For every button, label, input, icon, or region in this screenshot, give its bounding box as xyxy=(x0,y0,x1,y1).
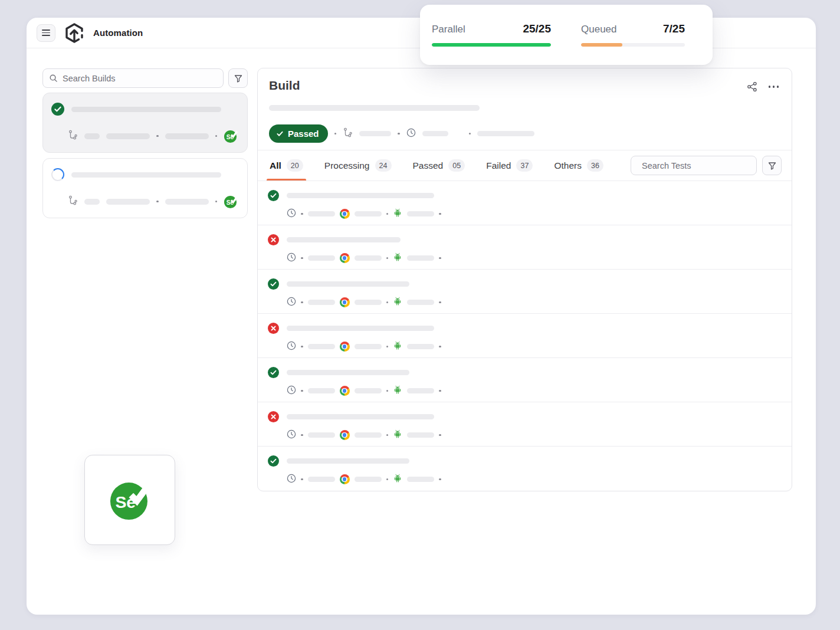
selenium-logo-icon: Se xyxy=(106,477,153,524)
dot-separator xyxy=(439,301,441,304)
parallel-progress-bar xyxy=(432,43,551,47)
app-logo-icon xyxy=(64,23,84,43)
dot-separator xyxy=(386,390,389,392)
filter-tests-button[interactable] xyxy=(762,156,782,175)
queued-stat: Queued 7/25 xyxy=(581,22,685,65)
tab-others[interactable]: Others 36 xyxy=(552,150,605,181)
android-icon xyxy=(393,473,402,485)
skeleton-bar xyxy=(106,133,150,139)
dot-separator xyxy=(398,133,400,135)
test-row[interactable] xyxy=(258,358,792,402)
build-card-2[interactable]: Se xyxy=(42,158,248,218)
concurrency-stats-card: Parallel 25/25 Queued 7/25 xyxy=(420,5,713,65)
builds-list: Se Se xyxy=(42,93,248,218)
skeleton-bar xyxy=(355,300,382,305)
skeleton-bar xyxy=(355,388,382,393)
dot-separator xyxy=(301,257,303,260)
tab-count-badge: 36 xyxy=(587,159,603,172)
skeleton-bar xyxy=(355,477,382,482)
skeleton-pill xyxy=(84,133,100,139)
menu-button[interactable] xyxy=(37,24,55,42)
skeleton-bar xyxy=(106,199,150,205)
tab-processing[interactable]: Processing 24 xyxy=(323,150,393,181)
build-card-1[interactable]: Se xyxy=(42,93,248,153)
share-button[interactable] xyxy=(747,81,757,92)
chrome-icon xyxy=(340,253,350,263)
build-panel: Build Passed xyxy=(257,68,792,491)
tab-count-badge: 05 xyxy=(448,159,465,172)
dot-separator xyxy=(301,478,303,481)
skeleton-bar xyxy=(287,414,434,419)
skeleton-bar xyxy=(308,477,335,482)
dot-separator xyxy=(386,213,389,215)
tab-failed[interactable]: Failed 37 xyxy=(484,150,534,181)
parallel-value: 25/25 xyxy=(523,22,551,35)
skeleton-bar xyxy=(355,432,382,438)
loading-spinner-icon xyxy=(51,168,64,181)
test-row[interactable] xyxy=(258,447,792,491)
skeleton-bar xyxy=(407,388,434,393)
clock-icon xyxy=(287,252,296,264)
dot-separator xyxy=(439,257,441,260)
search-tests-input[interactable] xyxy=(642,161,752,170)
dot-separator xyxy=(386,478,389,481)
skeleton-bar xyxy=(287,370,409,375)
dot-separator xyxy=(439,478,441,481)
filter-builds-button[interactable] xyxy=(228,68,248,88)
svg-text:Se: Se xyxy=(115,493,136,511)
passed-status-icon xyxy=(51,103,64,116)
selenium-badge-icon: Se xyxy=(224,194,238,209)
test-row[interactable] xyxy=(258,402,792,447)
skeleton-pill xyxy=(84,199,100,205)
build-title: Build xyxy=(269,78,780,93)
pipeline-tree-icon xyxy=(68,130,78,142)
test-row[interactable] xyxy=(258,225,792,270)
test-row[interactable] xyxy=(258,181,792,225)
search-icon xyxy=(49,74,58,83)
pipeline-tree-icon xyxy=(68,195,78,208)
skeleton-bar xyxy=(359,131,391,136)
test-row[interactable] xyxy=(258,270,792,314)
dot-separator xyxy=(386,346,389,348)
app-window: Automation xyxy=(27,18,816,615)
selenium-promo-card[interactable]: Se xyxy=(84,455,175,545)
skeleton-bar xyxy=(287,458,409,464)
skeleton-bar xyxy=(407,300,434,305)
svg-text:Se: Se xyxy=(227,134,234,140)
failed-status-icon xyxy=(268,234,279,245)
svg-text:Se: Se xyxy=(227,199,234,206)
tests-toolbar: All 20 Processing 24 Passed 05 Failed 37… xyxy=(258,150,792,181)
skeleton-bar xyxy=(269,105,480,111)
skeleton-bar xyxy=(422,131,448,136)
dot-separator xyxy=(439,346,441,348)
parallel-progress-track xyxy=(432,43,551,47)
skeleton-bar xyxy=(407,432,434,438)
passed-status-icon xyxy=(268,367,279,378)
search-builds-input[interactable] xyxy=(63,74,217,83)
skeleton-bar xyxy=(71,107,221,112)
test-row[interactable] xyxy=(258,314,792,358)
tab-count-badge: 37 xyxy=(516,159,533,172)
search-tests-box xyxy=(631,156,757,175)
tab-all[interactable]: All 20 xyxy=(268,150,305,181)
android-icon xyxy=(393,429,402,441)
skeleton-bar xyxy=(308,344,335,349)
dot-separator xyxy=(386,257,389,260)
chrome-icon xyxy=(340,474,350,484)
clock-icon xyxy=(287,474,296,485)
failed-status-icon xyxy=(268,411,279,422)
more-options-button[interactable] xyxy=(769,86,779,88)
skeleton-bar xyxy=(308,432,335,438)
build-status-badge: Passed xyxy=(269,124,328,143)
skeleton-bar xyxy=(407,477,434,482)
dot-separator xyxy=(439,390,441,392)
queued-progress-track xyxy=(581,43,685,47)
builds-sidebar: Se Se xyxy=(42,68,248,224)
skeleton-bar xyxy=(71,172,221,178)
dot-separator xyxy=(301,434,303,437)
dot-separator xyxy=(301,390,303,392)
tab-passed[interactable]: Passed 05 xyxy=(411,150,467,181)
android-icon xyxy=(393,385,402,397)
dot-separator xyxy=(215,135,218,137)
passed-status-icon xyxy=(268,190,279,201)
